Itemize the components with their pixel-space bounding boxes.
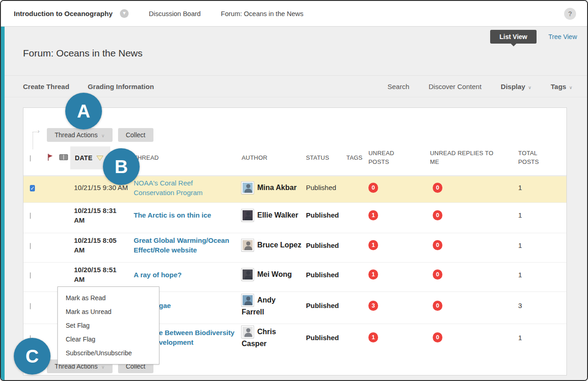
avatar — [242, 269, 254, 280]
help-icon[interactable]: ? — [564, 8, 576, 20]
unread-replies-badge: 0 — [433, 301, 442, 311]
table-row: ✓ 10/21/15 9:30 AM NOAA's Coral Reef Con… — [23, 176, 566, 202]
thread-author: Chris Casper — [242, 326, 306, 349]
author-name: Mina Akbar — [257, 184, 297, 191]
thread-link[interactable]: A ray of hope? — [134, 271, 181, 279]
total-posts-count: 3 — [515, 302, 566, 309]
nav-forum: Forum: Oceans in the News — [221, 10, 304, 17]
table-row: 10/21/15 8:31 AM The Arctic is on thin i… — [23, 202, 566, 233]
app-window: Introduction to Oceanography ▾ Discussio… — [0, 0, 588, 381]
unread-posts-column-header: UNREAD POSTS — [364, 149, 428, 167]
tags-dropdown-label: Tags — [551, 83, 566, 90]
unread-replies-badge: 0 — [433, 332, 442, 342]
collect-button[interactable]: Collect — [118, 128, 153, 142]
row-checkbox[interactable]: ✓ — [30, 185, 35, 191]
select-arrow-line — [33, 132, 33, 149]
unread-replies-badge: 0 — [433, 240, 442, 250]
avatar — [242, 239, 254, 251]
chevron-down-icon: ∨ — [101, 133, 104, 138]
thread-actions-label: Thread Actions — [55, 131, 97, 139]
unread-posts-badge: 1 — [368, 210, 378, 220]
author-name: Ellie Walker — [257, 211, 298, 219]
thread-status: Published — [306, 302, 346, 309]
discover-content-button[interactable]: Discover Content — [429, 83, 481, 90]
row-checkbox[interactable] — [30, 303, 31, 309]
tags-dropdown[interactable]: Tags∨ — [551, 83, 572, 90]
menu-item-subscribe-unsubscribe[interactable]: Subscribe/Unsubscribe — [58, 346, 159, 360]
unread-posts-badge: 3 — [368, 301, 378, 311]
flag-column-icon — [44, 153, 57, 162]
thread-author: Andy Farrell — [242, 294, 306, 317]
total-posts-column-header: TOTAL POSTS — [515, 149, 566, 167]
nav-discussion-board[interactable]: Discussion Board — [149, 10, 201, 17]
annotation-badge-b: B — [103, 148, 140, 185]
display-dropdown-label: Display — [501, 83, 525, 90]
total-posts-count: 1 — [515, 334, 566, 342]
action-bar-left: Create Thread Grading Information — [23, 83, 154, 90]
menu-item-clear-flag[interactable]: Clear Flag — [58, 332, 159, 346]
thread-status: Published — [306, 184, 346, 191]
date-column-label: DATE — [75, 154, 92, 162]
book-column-icon — [57, 154, 70, 162]
course-menu-chevron-icon[interactable]: ▾ — [120, 9, 129, 18]
course-title: Introduction to Oceanography — [14, 10, 113, 17]
row-checkbox[interactable] — [30, 272, 31, 279]
thread-date: 10/21/15 8:05 AM — [70, 235, 134, 255]
menu-item-set-flag[interactable]: Set Flag — [58, 319, 159, 332]
thread-actions-context-menu: Mark as Read Mark as Unread Set Flag Cle… — [57, 286, 159, 364]
avatar — [242, 326, 254, 338]
chevron-down-icon: ∨ — [528, 85, 531, 90]
author-column-header: AUTHOR — [242, 154, 306, 162]
thread-author: Mei Wong — [242, 269, 306, 280]
menu-item-mark-as-unread[interactable]: Mark as Unread — [58, 305, 159, 319]
avatar — [242, 182, 254, 194]
sort-desc-icon — [96, 155, 104, 161]
thread-link[interactable]: The Arctic is on thin ice — [134, 211, 211, 219]
select-all-arrow-icon[interactable]: › — [33, 129, 42, 150]
avatar — [242, 209, 254, 221]
total-posts-count: 1 — [515, 211, 566, 219]
thread-author: Ellie Walker — [242, 209, 306, 221]
unread-replies-badge: 0 — [433, 269, 442, 280]
thread-link[interactable]: NOAA's Coral Reef Conservation Program — [134, 179, 203, 196]
unread-replies-column-header: UNREAD REPLIES TO ME — [428, 149, 515, 167]
author-name: Bruce Lopez — [257, 241, 301, 249]
tags-column-header: TAGS — [346, 154, 364, 162]
thread-author: Bruce Lopez — [242, 239, 306, 251]
display-dropdown[interactable]: Display∨ — [501, 83, 531, 90]
select-all-checkbox[interactable] — [30, 155, 31, 162]
row-checkbox[interactable] — [30, 213, 31, 219]
unread-posts-badge: 1 — [368, 332, 378, 342]
tab-list-view[interactable]: List View — [490, 30, 536, 44]
tab-tree-view[interactable]: Tree View — [548, 33, 581, 40]
total-posts-count: 1 — [515, 184, 566, 191]
total-posts-count: 1 — [515, 271, 566, 279]
chevron-down-icon: ∨ — [101, 364, 104, 370]
unread-replies-badge: 0 — [433, 183, 442, 193]
unread-replies-badge: 0 — [433, 210, 442, 220]
accent-stripe — [1, 27, 5, 380]
grading-information-button[interactable]: Grading Information — [88, 83, 154, 90]
search-button[interactable]: Search — [387, 83, 409, 90]
chevron-down-icon: ∨ — [569, 85, 572, 90]
unread-posts-badge: 0 — [368, 183, 378, 193]
row-checkbox[interactable] — [30, 243, 31, 249]
thread-actions-button[interactable]: Thread Actions∨ — [47, 128, 113, 142]
annotation-badge-c: C — [14, 338, 51, 375]
annotation-badge-a: A — [65, 93, 102, 129]
thread-status: Published — [306, 211, 346, 219]
avatar — [242, 294, 254, 306]
action-bar-right: Search Discover Content Display∨ Tags∨ — [387, 83, 572, 90]
thread-status: Published — [306, 334, 346, 342]
menu-item-mark-as-read[interactable]: Mark as Read — [58, 291, 159, 305]
view-toggle: List View Tree View — [490, 30, 581, 44]
thread-link[interactable]: Great Global Warming/Ocean Effect/Role w… — [134, 236, 229, 254]
thread-status: Published — [306, 241, 346, 249]
thread-author: Mina Akbar — [242, 182, 306, 194]
thread-date: 10/21/15 8:31 AM — [70, 206, 134, 225]
unread-posts-badge: 1 — [368, 269, 378, 280]
total-posts-count: 1 — [515, 241, 566, 249]
status-column-header: STATUS — [306, 154, 346, 162]
toolbar-top: › Thread Actions∨ Collect — [47, 128, 566, 142]
create-thread-button[interactable]: Create Thread — [23, 83, 69, 90]
